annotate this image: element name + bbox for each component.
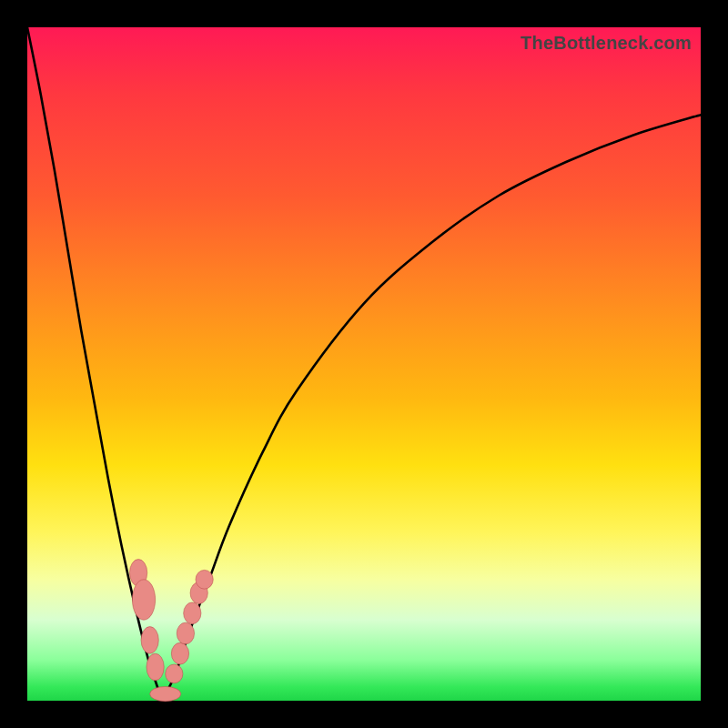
attribution-label: TheBottleneck.com	[521, 33, 692, 54]
marker-group	[129, 560, 213, 702]
data-marker	[196, 570, 213, 589]
data-marker	[171, 642, 188, 664]
data-marker	[141, 627, 158, 654]
data-marker	[132, 580, 155, 620]
data-marker	[150, 686, 181, 701]
chart-frame: { "attribution": "TheBottleneck.com", "c…	[0, 0, 728, 728]
curve-group	[27, 27, 701, 701]
data-marker	[184, 602, 201, 624]
data-marker	[177, 622, 194, 644]
plot-area: TheBottleneck.com	[27, 27, 701, 701]
data-marker	[147, 653, 164, 681]
chart-svg	[27, 27, 701, 701]
data-marker	[166, 664, 183, 683]
series-right-branch	[162, 115, 701, 701]
